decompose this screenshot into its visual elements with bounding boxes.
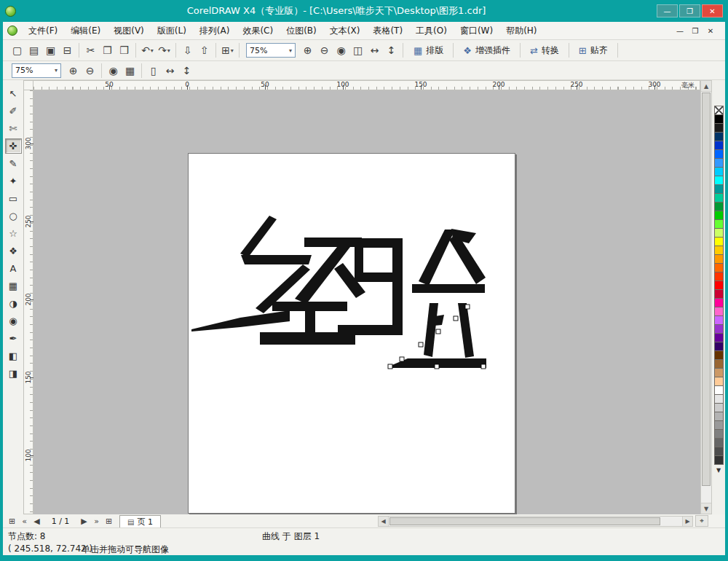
artwork-shape[interactable] xyxy=(304,238,362,247)
snap-button[interactable]: ⊞贴齐 xyxy=(572,42,614,58)
palette-swatch-333333[interactable] xyxy=(714,455,724,465)
artwork-shape[interactable] xyxy=(191,310,290,332)
scroll-right-button[interactable]: ▶ xyxy=(682,517,692,526)
add-page-button-2[interactable]: ⊞ xyxy=(103,517,115,526)
artwork-shape[interactable] xyxy=(240,216,277,257)
menu-item-位图(B)[interactable]: 位图(B) xyxy=(280,22,323,39)
selection-node-handle[interactable] xyxy=(419,342,423,347)
menu-item-版面(L)[interactable]: 版面(L) xyxy=(151,22,193,39)
convert-button[interactable]: ⇄转换 xyxy=(523,42,566,58)
text-tool[interactable]: A xyxy=(5,261,22,276)
zoom-to-selected-icon[interactable]: ◉ xyxy=(105,63,122,79)
horizontal-scrollbar[interactable]: ◀ ▶ xyxy=(378,516,693,527)
typeset-button[interactable]: ▦排版 xyxy=(407,42,450,58)
undo-icon[interactable]: ↶▾ xyxy=(139,42,156,58)
rectangle-tool[interactable]: ▭ xyxy=(5,191,22,206)
plugins-button[interactable]: ❖增强插件 xyxy=(456,42,517,58)
artwork-shape[interactable] xyxy=(305,311,315,333)
zoom-to-height-icon[interactable]: ↕ xyxy=(178,63,195,79)
menu-item-窗口(W)[interactable]: 窗口(W) xyxy=(454,22,499,39)
selection-node-handle[interactable] xyxy=(388,364,392,369)
menu-item-效果(C)[interactable]: 效果(C) xyxy=(236,22,280,39)
close-button[interactable]: ✕ xyxy=(702,4,723,17)
menu-item-工具(O)[interactable]: 工具(O) xyxy=(409,22,454,39)
page-tab[interactable]: ▤ 页 1 xyxy=(119,515,161,527)
outline-tool[interactable]: ✒ xyxy=(5,331,22,346)
selection-node-handle[interactable] xyxy=(400,357,404,361)
menu-item-文本(X)[interactable]: 文本(X) xyxy=(323,22,367,39)
zoom-page-icon[interactable]: ◫ xyxy=(349,42,366,58)
export-icon[interactable]: ⇧ xyxy=(196,42,213,58)
menu-item-文件(F)[interactable]: 文件(F) xyxy=(22,22,64,39)
doc-close-button[interactable]: ✕ xyxy=(705,27,716,35)
property-zoom-combo[interactable]: 75% ▾ xyxy=(12,63,61,78)
freehand-tool[interactable]: ✎ xyxy=(5,156,22,171)
artwork-shape[interactable] xyxy=(355,272,403,282)
import-icon[interactable]: ⇩ xyxy=(179,42,196,58)
artwork-shape[interactable] xyxy=(338,325,403,335)
last-page-button[interactable]: » xyxy=(90,517,103,526)
polygon-tool[interactable]: ☆ xyxy=(5,226,22,241)
vertical-scrollbar[interactable]: ▲ ▼ xyxy=(700,80,712,514)
application-launcher-icon[interactable]: ⊞▾ xyxy=(219,42,236,58)
vertical-scroll-thumb[interactable] xyxy=(702,93,711,486)
artwork-shape[interactable] xyxy=(412,284,485,293)
save-icon[interactable]: ▣ xyxy=(42,42,59,58)
selection-node-handle[interactable] xyxy=(435,364,439,369)
fill-tool[interactable]: ◧ xyxy=(5,348,22,364)
artwork-shape[interactable] xyxy=(419,230,455,286)
paste-icon[interactable]: ❒ xyxy=(116,42,132,58)
artwork-shape[interactable] xyxy=(458,303,474,358)
artwork-shape[interactable] xyxy=(434,315,444,326)
basic-shapes-tool[interactable]: ❖ xyxy=(5,243,22,259)
selection-node-handle[interactable] xyxy=(481,364,486,369)
zoom-level-combo[interactable]: 75% ▾ xyxy=(246,43,296,58)
artwork-curve-object[interactable] xyxy=(33,90,700,514)
zoom-out-icon[interactable]: ⊖ xyxy=(82,63,98,79)
menu-item-排列(A)[interactable]: 排列(A) xyxy=(193,22,237,39)
horizontal-scroll-thumb[interactable] xyxy=(389,517,660,525)
artwork-shape[interactable] xyxy=(241,255,312,264)
selection-node-handle[interactable] xyxy=(436,329,440,334)
scroll-up-button[interactable]: ▲ xyxy=(701,81,711,92)
cut-icon[interactable]: ✂ xyxy=(82,42,99,58)
doc-minimize-button[interactable]: — xyxy=(674,27,686,35)
zoom-height-icon[interactable]: ↕ xyxy=(383,42,400,58)
scroll-down-button[interactable]: ▼ xyxy=(701,503,711,514)
print-icon[interactable]: ⊟ xyxy=(59,42,76,58)
interactive-fill-tool[interactable]: ◨ xyxy=(5,366,22,381)
horizontal-ruler[interactable] xyxy=(33,80,700,90)
copy-icon[interactable]: ❐ xyxy=(99,42,116,58)
menu-item-编辑(E)[interactable]: 编辑(E) xyxy=(64,22,107,39)
navigator-button[interactable]: ⌖ xyxy=(695,515,708,527)
doc-restore-button[interactable]: ❐ xyxy=(689,27,701,35)
selection-node-handle[interactable] xyxy=(465,305,470,309)
new-document-icon[interactable]: ▢ xyxy=(9,42,25,58)
minimize-button[interactable]: — xyxy=(657,4,678,17)
zoom-in-icon[interactable]: ⊕ xyxy=(299,42,316,58)
eyedropper-tool[interactable]: ◉ xyxy=(5,313,22,329)
next-page-button[interactable]: ▶ xyxy=(78,517,90,526)
open-icon[interactable]: ▤ xyxy=(25,42,42,58)
smart-fill-tool[interactable]: ✦ xyxy=(5,173,22,189)
zoom-to-page-icon[interactable]: ▯ xyxy=(145,63,162,79)
menu-item-表格(T)[interactable]: 表格(T) xyxy=(366,22,409,39)
artwork-shape[interactable] xyxy=(392,238,403,334)
menu-item-帮助(H)[interactable]: 帮助(H) xyxy=(499,22,543,39)
pick-tool[interactable]: ↖ xyxy=(5,86,22,101)
table-tool[interactable]: ▦ xyxy=(5,278,22,294)
ruler-origin-corner[interactable] xyxy=(23,80,33,90)
zoom-selected-icon[interactable]: ◉ xyxy=(333,42,349,58)
ellipse-tool[interactable]: ○ xyxy=(5,208,22,224)
zoom-to-all-icon[interactable]: ▦ xyxy=(122,63,138,79)
first-page-button[interactable]: « xyxy=(18,517,31,526)
zoom-out-icon[interactable]: ⊖ xyxy=(316,42,333,58)
scroll-left-button[interactable]: ◀ xyxy=(379,517,389,526)
palette-scroll-down-icon[interactable]: ▼ xyxy=(716,467,721,474)
zoom-width-icon[interactable]: ↔ xyxy=(366,42,383,58)
shape-tool[interactable]: ✐ xyxy=(5,103,22,119)
zoom-in-icon[interactable]: ⊕ xyxy=(65,63,82,79)
prev-page-button[interactable]: ◀ xyxy=(31,517,43,526)
menu-item-视图(V)[interactable]: 视图(V) xyxy=(107,22,151,39)
blend-tool[interactable]: ◑ xyxy=(5,296,22,311)
